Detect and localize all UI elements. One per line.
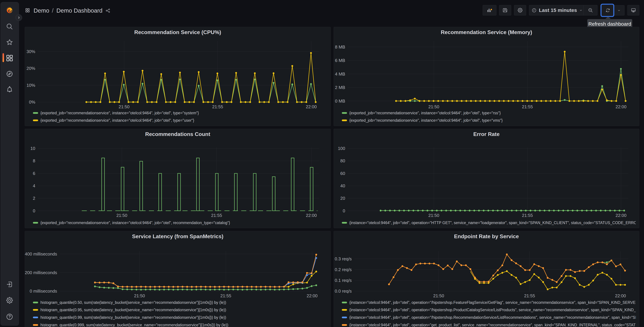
svg-text:2: 2 — [33, 196, 35, 201]
svg-text:22:00: 22:00 — [306, 293, 318, 298]
svg-text:0: 0 — [343, 208, 345, 213]
svg-text:8 MB: 8 MB — [335, 44, 345, 50]
svg-text:22:00: 22:00 — [306, 104, 317, 109]
svg-text:22:00: 22:00 — [616, 213, 626, 218]
svg-text:0.1 req/s: 0.1 req/s — [335, 278, 352, 283]
svg-text:10%: 10% — [26, 83, 35, 88]
svg-text:60: 60 — [340, 171, 345, 176]
svg-text:100: 100 — [338, 146, 345, 151]
svg-text:21:50: 21:50 — [428, 104, 439, 109]
svg-text:0 MB: 0 MB — [335, 98, 345, 104]
svg-text:20%: 20% — [26, 66, 35, 71]
svg-text:0.0 req/s: 0.0 req/s — [335, 288, 352, 294]
svg-text:4 MB: 4 MB — [335, 72, 345, 76]
svg-text:21:55: 21:55 — [524, 293, 535, 298]
svg-text:0.3 req/s: 0.3 req/s — [335, 256, 352, 261]
svg-text:21:55: 21:55 — [522, 213, 533, 218]
svg-text:21:50: 21:50 — [433, 293, 444, 298]
svg-text:40: 40 — [340, 183, 345, 188]
svg-text:4: 4 — [33, 183, 35, 188]
svg-text:30%: 30% — [26, 49, 35, 54]
svg-text:21:50: 21:50 — [428, 213, 439, 218]
svg-text:21:55: 21:55 — [220, 293, 231, 298]
svg-text:22:00: 22:00 — [615, 293, 626, 298]
svg-text:400 milliseconds: 400 milliseconds — [25, 252, 57, 256]
svg-text:0%: 0% — [29, 100, 35, 104]
svg-text:22:00: 22:00 — [616, 104, 626, 109]
svg-text:2 MB: 2 MB — [335, 85, 345, 90]
svg-text:0.2 req/s: 0.2 req/s — [335, 267, 352, 272]
svg-text:8: 8 — [33, 158, 35, 163]
svg-text:21:50: 21:50 — [134, 293, 145, 298]
svg-text:22:00: 22:00 — [306, 213, 317, 218]
svg-text:80: 80 — [340, 158, 345, 163]
svg-text:6 MB: 6 MB — [335, 58, 345, 63]
svg-text:200 milliseconds: 200 milliseconds — [25, 270, 57, 275]
svg-text:0: 0 — [33, 208, 35, 213]
svg-text:20: 20 — [340, 196, 345, 201]
svg-text:21:55: 21:55 — [212, 104, 223, 109]
svg-text:10: 10 — [30, 146, 35, 151]
svg-text:21:50: 21:50 — [118, 104, 130, 109]
svg-text:21:55: 21:55 — [522, 104, 533, 109]
svg-text:0 milliseconds: 0 milliseconds — [30, 288, 57, 294]
svg-text:21:50: 21:50 — [116, 213, 127, 218]
svg-text:21:55: 21:55 — [211, 213, 222, 218]
svg-text:6: 6 — [33, 171, 35, 176]
